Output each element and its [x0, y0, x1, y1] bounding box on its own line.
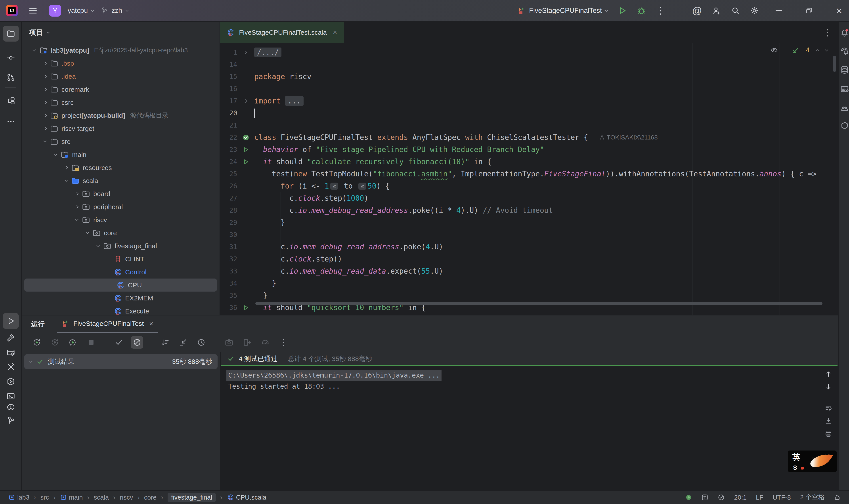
code-line[interactable]: 34 }	[220, 277, 838, 289]
code-line[interactable]: 21	[220, 119, 838, 131]
restore-button[interactable]	[799, 0, 819, 21]
run-test-gutter-icon[interactable]	[237, 159, 254, 165]
commit-tool-button[interactable]	[3, 50, 19, 66]
tree-item[interactable]: src	[22, 135, 219, 148]
snapshot-button[interactable]	[223, 336, 235, 348]
tree-chevron-icon[interactable]	[54, 152, 57, 156]
tree-item[interactable]: csrc	[22, 96, 219, 109]
tree-item[interactable]: lab3 [yatcpu]E:\jizu\2025-fall-yatcpu-re…	[22, 44, 219, 57]
inspections-widget[interactable]: 4	[771, 46, 828, 54]
breadcrumb-item[interactable]: core	[144, 494, 157, 501]
code-line[interactable]: 15package riscv	[220, 71, 838, 83]
sync-status-icon[interactable]	[685, 494, 692, 501]
test-results-root-row[interactable]: 测试结果 35秒 888毫秒	[24, 354, 218, 369]
tree-chevron-icon[interactable]	[64, 178, 68, 182]
tree-item[interactable]: EX2MEM	[22, 292, 219, 305]
import-test-results-button[interactable]	[241, 336, 253, 348]
tree-chevron-icon[interactable]	[64, 166, 68, 169]
tree-item[interactable]: CLINT	[22, 252, 219, 266]
close-tab-icon[interactable]: ×	[333, 28, 337, 36]
lock-icon[interactable]	[834, 494, 841, 501]
pull-requests-tool-button[interactable]	[3, 69, 19, 85]
code-line[interactable]: 25 test(new TestTopModule("fibonacci.asm…	[220, 168, 838, 180]
code-line[interactable]: 26 for (i <- 1≤ to ≤50) {	[220, 180, 838, 192]
code-line[interactable]: 16	[220, 83, 838, 95]
breadcrumb-item[interactable]: scala	[94, 494, 109, 501]
tree-item[interactable]: riscv-target	[22, 122, 219, 135]
code-line[interactable]: 33 c.io.mem_debug_read_data.expect(55.U)	[220, 265, 838, 277]
print-icon[interactable]	[825, 430, 832, 437]
tree-item[interactable]: main	[22, 148, 219, 161]
more-tool-windows-button[interactable]	[3, 114, 19, 129]
run-tool-button[interactable]	[3, 313, 19, 329]
minimize-button[interactable]	[769, 0, 789, 21]
ai-assistant-tool-button[interactable]	[840, 47, 849, 56]
fold-icon[interactable]	[237, 50, 254, 55]
tree-item[interactable]: riscv	[22, 213, 219, 226]
run-test-gutter-icon[interactable]	[237, 304, 254, 311]
notifications-button[interactable]	[840, 28, 849, 38]
code-line[interactable]: 27 c.clock.step(1000)	[220, 192, 838, 204]
settings-gear-icon[interactable]	[750, 6, 759, 15]
coverage-button[interactable]	[259, 336, 271, 348]
editor-tab[interactable]: FiveStageCPUFinalTest.scala ×	[220, 22, 344, 43]
run-configuration-selector[interactable]: FiveStageCPUFinalTest	[518, 7, 608, 15]
breadcrumb-item[interactable]: main	[60, 494, 83, 501]
run-test-gutter-icon[interactable]	[237, 146, 254, 153]
code-line[interactable]: 24 it should "calculate recursively fibo…	[220, 156, 838, 168]
documentation-tool-button[interactable]	[840, 85, 849, 94]
tree-item[interactable]: scala	[22, 174, 219, 187]
tree-chevron-icon[interactable]	[33, 48, 36, 52]
line-separator[interactable]: LF	[756, 494, 763, 501]
tree-item[interactable]: coremark	[22, 83, 219, 96]
code-line[interactable]: 32 c.clock.step()	[220, 253, 838, 265]
tree-item[interactable]: core	[22, 226, 219, 239]
build-tool-button[interactable]	[3, 330, 19, 346]
tree-chevron-icon[interactable]	[75, 192, 78, 196]
run-button[interactable]	[618, 6, 627, 15]
run-tab[interactable]: FiveStageCPUFinalTest ×	[57, 316, 158, 333]
close-tab-icon[interactable]: ×	[149, 320, 153, 328]
tree-item[interactable]: board	[22, 187, 219, 200]
tree-chevron-icon[interactable]	[43, 62, 47, 65]
dev-tools-button[interactable]	[3, 359, 19, 375]
main-menu-icon[interactable]	[29, 8, 37, 14]
indent-setting[interactable]: 2 个空格	[800, 493, 825, 502]
fold-icon[interactable]	[237, 98, 254, 104]
scroll-up-icon[interactable]	[825, 370, 832, 378]
code-line[interactable]: 28 c.io.mem_debug_read_address.poke((i *…	[220, 204, 838, 216]
tree-chevron-icon[interactable]	[96, 244, 100, 247]
prev-problem-icon[interactable]	[816, 49, 819, 53]
scroll-down-icon[interactable]	[825, 383, 832, 391]
tree-chevron-icon[interactable]	[43, 127, 47, 130]
tree-chevron-icon[interactable]	[86, 231, 89, 234]
gradle-tool-button[interactable]	[840, 104, 849, 114]
close-button[interactable]: ×	[829, 0, 849, 21]
breadcrumb-item[interactable]: fivestage_final	[167, 493, 216, 502]
toggle-auto-test-button[interactable]	[67, 336, 79, 348]
tree-chevron-icon[interactable]	[43, 139, 47, 143]
sort-by-duration-button[interactable]	[159, 336, 171, 348]
code-line[interactable]: 14	[220, 58, 838, 71]
rerun-failed-button[interactable]	[49, 336, 61, 348]
branch-selector[interactable]: zzh	[101, 7, 128, 15]
tree-chevron-icon[interactable]	[43, 75, 47, 78]
show-passed-button[interactable]	[113, 336, 125, 348]
code-with-me-button[interactable]	[712, 6, 721, 15]
tree-item[interactable]: peripheral	[22, 200, 219, 213]
tree-item[interactable]: fivestage_final	[22, 239, 219, 252]
project-panel-header[interactable]: 项目	[22, 22, 219, 38]
breadcrumb-item[interactable]: CPU.scala	[227, 494, 267, 501]
structure-tool-button[interactable]	[3, 93, 19, 109]
tree-item[interactable]: Control	[22, 266, 219, 278]
code-line[interactable]: 23 behavior of "Five-stage Pipelined CPU…	[220, 143, 838, 156]
next-problem-icon[interactable]	[825, 48, 828, 51]
soft-wrap-icon[interactable]	[825, 404, 832, 412]
tree-item[interactable]: resources	[22, 161, 219, 174]
breadcrumb-item[interactable]: riscv	[120, 494, 133, 501]
version-control-tool-button[interactable]	[3, 413, 19, 428]
tab-options-button[interactable]: ⋮	[823, 22, 838, 43]
input-method-widget[interactable]: 英 S	[788, 450, 837, 472]
stop-button[interactable]	[85, 336, 97, 348]
services-tool-button[interactable]	[3, 345, 19, 361]
